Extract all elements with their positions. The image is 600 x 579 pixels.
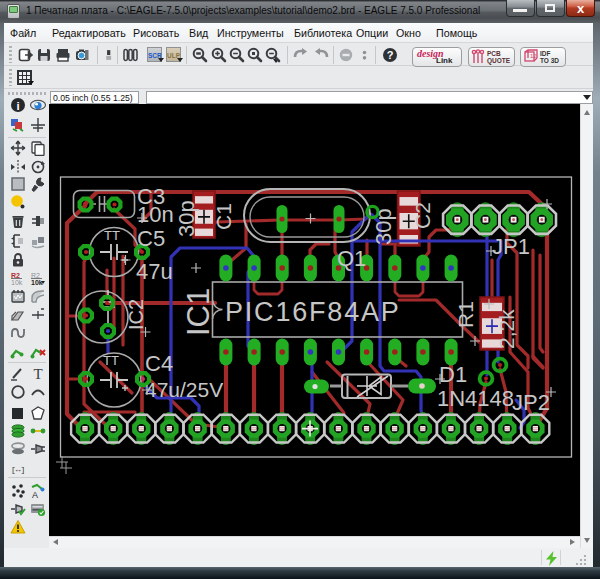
svg-text:R2: R2 [31, 272, 40, 279]
svg-text:R2: R2 [11, 272, 20, 279]
svg-text:12: 12 [530, 53, 537, 59]
svg-text:C2: C2 [411, 202, 434, 229]
svg-text:[↔]: [↔] [11, 465, 25, 474]
svg-text:C5: C5 [137, 226, 165, 251]
svg-text:C4: C4 [145, 351, 173, 376]
svg-text:10k: 10k [11, 279, 23, 286]
svg-text:PIC16F84AP: PIC16F84AP [225, 297, 401, 327]
svg-text:1N4148: 1N4148 [437, 386, 514, 411]
svg-text:JP1: JP1 [492, 234, 530, 259]
svg-text:T: T [33, 366, 42, 381]
svg-text:C1: C1 [212, 203, 235, 230]
svg-text:R1: R1 [454, 301, 477, 328]
svg-text:TT: TT [103, 353, 119, 368]
svg-text:Q1: Q1 [337, 246, 366, 271]
svg-text:IC2: IC2 [125, 299, 147, 330]
svg-text:IC1: IC1 [181, 288, 216, 336]
svg-text:30p: 30p [174, 200, 199, 237]
svg-text:47u: 47u [136, 259, 173, 284]
svg-text:D1: D1 [439, 362, 467, 387]
svg-text:i: i [16, 100, 19, 112]
svg-text:A: A [32, 490, 38, 499]
svg-text:10k: 10k [31, 279, 43, 286]
svg-text:2,2k: 2,2k [495, 309, 518, 349]
svg-text:30p: 30p [371, 208, 396, 245]
svg-text:?: ? [387, 49, 394, 61]
svg-text:JP2: JP2 [512, 390, 550, 415]
svg-text:TT: TT [104, 228, 120, 243]
svg-text:47u/25V: 47u/25V [145, 378, 223, 401]
